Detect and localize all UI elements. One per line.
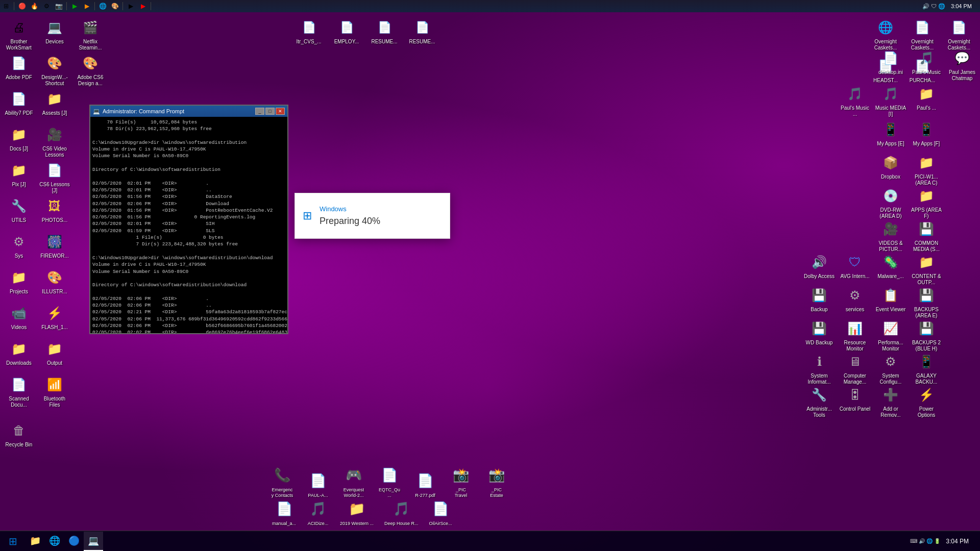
cmd-window: 💻 Administrator: Command Prompt _ □ ✕ 70… (89, 105, 288, 334)
galaxy-backup-icon[interactable]: 📱 GALAXY BACKU... (909, 349, 944, 387)
wd-backup-icon[interactable]: 💾 WD Backup (801, 316, 837, 348)
pauls-music2-icon[interactable]: 🎵 Paul's Music ... (837, 82, 873, 119)
content-outp-icon[interactable]: 📁 CONTENT & OUTP... (909, 250, 944, 288)
devices-icon[interactable]: 💻 Devices (37, 15, 72, 47)
my-apps1-icon[interactable]: 📱 My Apps [E] (873, 117, 909, 149)
emergency-dock-icon[interactable]: 📞 Emergency Contacts (267, 462, 298, 500)
illustr-icon[interactable]: 🎨 ILLUSTR... (37, 265, 72, 297)
taskbar-icon-8[interactable]: 🎨 (110, 1, 120, 11)
computer-manage-icon[interactable]: 🖥 Computer Manage... (837, 349, 873, 387)
control-panel-icon[interactable]: 🎛 Control Panel (837, 383, 873, 414)
employ-icon[interactable]: 📄 EMPLOY... (329, 15, 364, 47)
flash1-icon[interactable]: ⚡ FLASH_1... (37, 301, 72, 333)
pic-travel-dock-icon[interactable]: 📸 _PIC Travel (446, 462, 476, 500)
photos-icon[interactable]: 🖼 PHOTOS... (37, 194, 72, 226)
output-icon[interactable]: 📁 Output (37, 337, 72, 368)
recycle-bin-icon[interactable]: 🗑 Recycle Bin (1, 418, 37, 450)
taskbar-icon-3[interactable]: ⚙ (41, 1, 52, 11)
apps-area-icon[interactable]: 📁 APPS (AREA F) (909, 184, 944, 221)
taskbar-icon-5[interactable]: ▶ (69, 1, 80, 11)
performance-icon[interactable]: 📈 Performa... Monitor (873, 316, 909, 354)
taskbar-chrome[interactable]: 🌐 (45, 532, 64, 551)
bluetooth-files-icon[interactable]: 📶 Bluetooth Files (37, 372, 72, 410)
paul-a-dock-icon[interactable]: 📄 PAUL-A... (303, 467, 333, 500)
music-media-icon[interactable]: 🎵 Music MEDIA [I] (873, 82, 909, 119)
sys-icon[interactable]: ⚙ Sys (1, 230, 37, 261)
start-button[interactable]: ⊞ (0, 531, 26, 552)
adobe-cs6-icon[interactable]: 🎨 Adobe CS6 Design a... (72, 51, 108, 89)
taskbar-sep5 (151, 2, 151, 10)
malware-icon[interactable]: 🦠 Malware_... (873, 250, 909, 282)
admin-tools-icon[interactable]: 🔧 Administr... Tools (801, 383, 837, 420)
taskbar-right-area: 🔊 🛡 🌐 3:04 PM (922, 3, 980, 10)
pix-icon[interactable]: 📁 Pix [J] (1, 158, 37, 190)
cmd-content: 70 File(s) 10,052,084 bytes 78 Dir(s) 22… (90, 117, 287, 333)
netflix-icon[interactable]: 🎬 Netflix Steamin... (72, 15, 108, 53)
assests-icon[interactable]: 📁 Assests [J] (37, 87, 72, 118)
eqtc-dock-icon[interactable]: 📄 EQTC_Qu... (374, 462, 405, 500)
taskbar-icon-7[interactable]: 🌐 (97, 1, 108, 11)
taskbar-icon-4[interactable]: 📷 (54, 1, 64, 11)
resource-monitor-icon[interactable]: 📊 Resource Monitor (837, 316, 873, 354)
taskbar-icon-system3: 🌐 (938, 3, 945, 10)
cs6-video-icon[interactable]: 🎥 CS6 Video Lessons (37, 122, 72, 160)
downloads-icon[interactable]: 📁 Downloads (1, 337, 37, 368)
sys-config-icon[interactable]: ⚙ System Configu... (873, 349, 909, 387)
paul-james-icon[interactable]: 💬 Paul James Chatmap (944, 46, 980, 84)
docs-icon[interactable]: 📁 Docs [J] (1, 122, 37, 154)
taskbar-icon-2[interactable]: 🔥 (29, 1, 39, 11)
services-icon[interactable]: ⚙ services (837, 283, 873, 315)
backup-icon[interactable]: 💾 Backup (801, 283, 837, 315)
ability7-icon[interactable]: 📄 Ability7 PDF (1, 87, 37, 118)
taskbar-icon-10[interactable]: ▶ (138, 1, 148, 11)
utils-icon[interactable]: 🔧 UTILS (1, 194, 37, 226)
taskbar-icon-system2: 🛡 (931, 3, 937, 9)
desktop-ini-icon[interactable]: 📄 desktop.ini (873, 46, 909, 78)
avg-icon[interactable]: 🛡 AVG Intern... (837, 250, 873, 282)
everquest-dock-icon[interactable]: 🎮 Everquest World-2... (338, 462, 369, 500)
taskbar-sep3 (94, 2, 95, 10)
taskbar-icon-6[interactable]: ▶ (82, 1, 92, 11)
itr-cvs-icon[interactable]: 📄 Itr_CVS_... (291, 15, 327, 47)
scanned-docs-icon[interactable]: 📄 Scanned Docu... (1, 372, 37, 410)
sys-info-icon[interactable]: ℹ System Informat... (801, 349, 837, 387)
cmd-maximize-button[interactable]: □ (265, 108, 275, 115)
firewor-icon[interactable]: 🎆 FIREWOR... (37, 230, 72, 261)
power-options-icon[interactable]: ⚡ Power Options (909, 383, 944, 420)
resume1-icon[interactable]: 📄 RESUME... (366, 15, 402, 47)
taskbar-bottom-right: ⌨ 🔊 🌐 🔋 3:04 PM (910, 538, 980, 545)
pici-w1-icon[interactable]: 📁 PICI-W1... (AREA C) (909, 151, 944, 188)
dvd-rw-icon[interactable]: 💿 DVD-RW (AREA D) (873, 184, 909, 221)
taskbar-edge[interactable]: 🔵 (64, 532, 84, 551)
r277-dock-icon[interactable]: 📄 R-277.pdf (410, 467, 440, 500)
resume2-icon[interactable]: 📄 RESUME... (404, 15, 440, 47)
adobe-pdf-icon[interactable]: 📄 Adobe PDF (1, 51, 37, 83)
tray-icon-1: ⌨ (910, 538, 917, 544)
taskbar-icon-9[interactable]: ▶ (126, 1, 136, 11)
my-apps2-icon[interactable]: 📱 My Apps [F] (909, 117, 944, 149)
designw-icon[interactable]: 🎨 DesignW...- Shortcut (37, 51, 72, 89)
update-windows-label: Windows (320, 205, 380, 213)
backups-area-icon[interactable]: 💾 BACKUPS (AREA E) (909, 283, 944, 321)
pauls2-icon[interactable]: 📁 Paul's ... (909, 82, 944, 113)
pauls-music-icon[interactable]: 🎵 Paul's Music ... (909, 46, 944, 84)
brother-worksmart-icon[interactable]: 🖨 Brother WorkSmart (1, 15, 37, 53)
backups2-icon[interactable]: 💾 BACKUPS 2 (BLUE H) (909, 316, 944, 354)
cs6-lessons-icon[interactable]: 📄 CS6 Lessons [J] (37, 158, 72, 196)
dropbox-icon[interactable]: 📦 Dropbox (873, 151, 909, 182)
add-remove-icon[interactable]: ➕ Add or Remov... (873, 383, 909, 420)
cmd-close-button[interactable]: ✕ (276, 108, 285, 115)
common-media-icon[interactable]: 💾 COMMON MEDIA (S... (909, 217, 944, 255)
start-icon[interactable]: ⊞ (1, 1, 11, 11)
videos-icon[interactable]: 📹 Videos (1, 301, 37, 333)
taskbar-separator (14, 2, 14, 10)
dolby-icon[interactable]: 🔊 Dolby Access (801, 250, 837, 282)
cmd-minimize-button[interactable]: _ (255, 108, 264, 115)
taskbar-cmd-active[interactable]: 💻 (84, 532, 103, 551)
projects-icon[interactable]: 📁 Projects (1, 265, 37, 297)
pic-estate-dock-icon[interactable]: 📸 _PIC Estate (481, 462, 512, 500)
videos-pictur-icon[interactable]: 🎥 VIDEOS & PICTUR... (873, 217, 909, 255)
taskbar-file-explorer[interactable]: 📁 (26, 532, 45, 551)
taskbar-icon-1[interactable]: 🔴 (17, 1, 27, 11)
event-viewer-icon[interactable]: 📋 Event Viewer (873, 283, 909, 315)
